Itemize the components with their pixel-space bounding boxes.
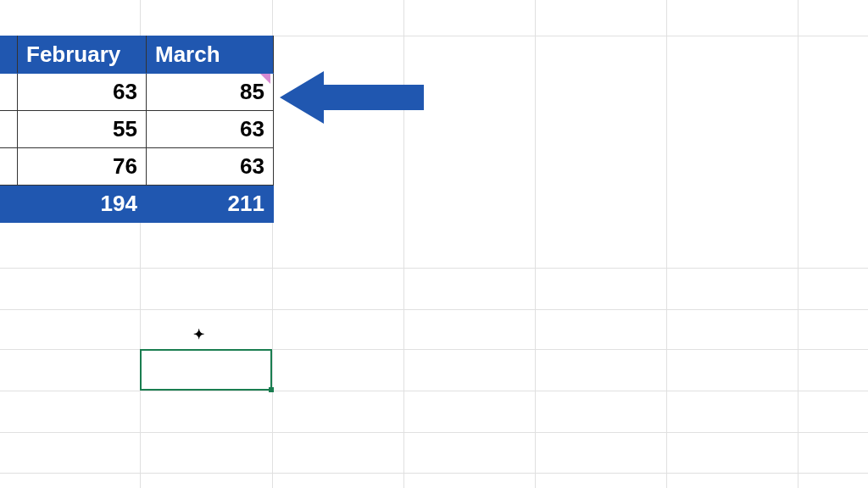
- cell-feb-3[interactable]: 76: [18, 148, 147, 186]
- header-march[interactable]: March: [147, 36, 274, 74]
- cell-feb-2[interactable]: 55: [18, 111, 147, 148]
- cell-select-cursor-icon: ✦: [193, 326, 204, 342]
- fill-handle[interactable]: [269, 387, 274, 392]
- selected-cell[interactable]: [140, 349, 272, 391]
- arrow-left-icon: [280, 68, 424, 130]
- cell-mar-1[interactable]: 85: [147, 74, 274, 111]
- table-row[interactable]: 63 85: [0, 74, 274, 111]
- cell-total-mar[interactable]: 211: [147, 186, 274, 223]
- table-row[interactable]: 76 63: [0, 148, 274, 186]
- header-row[interactable]: February March: [0, 36, 274, 74]
- cell-mar-2[interactable]: 63: [147, 111, 274, 148]
- cell-mar-3[interactable]: 63: [147, 148, 274, 186]
- table-row[interactable]: 55 63: [0, 111, 274, 148]
- total-row[interactable]: 194 211: [0, 186, 274, 223]
- data-table[interactable]: February March 63 85 55 63 76 63 194 211: [0, 36, 274, 223]
- svg-marker-0: [280, 71, 424, 124]
- header-february[interactable]: February: [18, 36, 147, 74]
- cell-feb-1[interactable]: 63: [18, 74, 147, 111]
- comment-indicator-icon[interactable]: [260, 74, 270, 84]
- cell-total-feb[interactable]: 194: [18, 186, 147, 223]
